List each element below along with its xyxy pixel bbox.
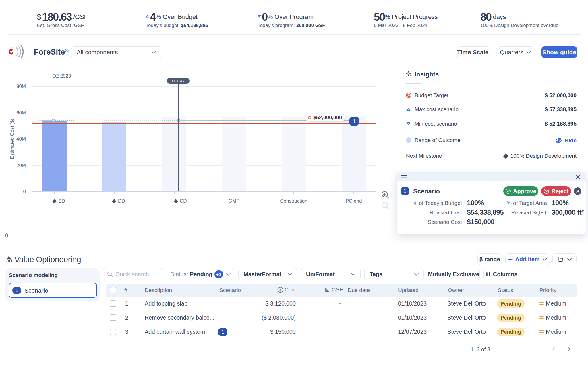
svg-text:$: $ xyxy=(279,288,281,292)
